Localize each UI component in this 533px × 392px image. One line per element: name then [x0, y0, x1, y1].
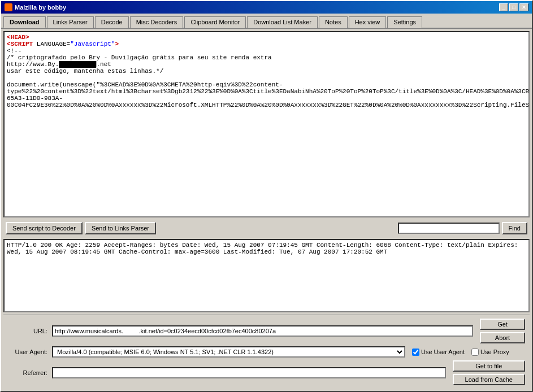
- tab-download-list-maker[interactable]: Download List Maker: [247, 16, 318, 28]
- use-user-agent-text: Use User Agent: [421, 349, 465, 355]
- user-agent-select[interactable]: Mozilla/4.0 (compatible; MSIE 6.0; Windo…: [52, 346, 405, 358]
- use-proxy-checkbox[interactable]: [471, 349, 479, 356]
- use-proxy-label[interactable]: Use Proxy: [471, 349, 509, 356]
- referrer-label: Referrer:: [8, 369, 47, 376]
- tab-download[interactable]: Download: [3, 16, 46, 28]
- url-label: URL:: [8, 328, 47, 334]
- referrer-input[interactable]: [52, 367, 446, 378]
- tab-misc-decoders[interactable]: Misc Decoders: [130, 16, 184, 28]
- title-bar-left: Malzilla by bobby: [5, 3, 66, 11]
- tab-settings[interactable]: Settings: [387, 16, 422, 28]
- tab-links-parser[interactable]: Links Parser: [47, 16, 94, 28]
- tab-clipboard-monitor[interactable]: Clipboard Monitor: [184, 16, 246, 28]
- html-head-tag: <HEAD>: [7, 34, 29, 41]
- use-user-agent-label[interactable]: Use User Agent: [412, 349, 465, 356]
- user-agent-row: User Agent: Mozilla/4.0 (compatible; MSI…: [8, 346, 525, 358]
- script-tag: <SCRIPT: [7, 41, 37, 47]
- load-from-cache-button[interactable]: Load from Cache: [453, 374, 525, 385]
- lower-text-area[interactable]: HTTP/1.0 200 OK Age: 2259 Accept-Ranges:…: [5, 240, 528, 311]
- send-to-decoder-button[interactable]: Send script to Decoder: [6, 222, 83, 234]
- lang-value: "Javascript": [70, 41, 115, 47]
- user-agent-label: User Agent:: [8, 349, 47, 355]
- app-icon: [5, 3, 12, 11]
- upper-panel: <HEAD> <SCRIPT LANGUAGE="Javascript"> <!…: [3, 31, 530, 217]
- get-to-file-button[interactable]: Get to file: [453, 360, 525, 372]
- use-proxy-text: Use Proxy: [480, 349, 509, 355]
- find-button[interactable]: Find: [502, 222, 527, 234]
- title-controls: _ □ ✕: [499, 3, 528, 11]
- tab-hex-view[interactable]: Hex view: [349, 16, 387, 28]
- upper-text-area[interactable]: <HEAD> <SCRIPT LANGUAGE="Javascript"> <!…: [5, 32, 528, 216]
- main-window: Malzilla by bobby _ □ ✕ Download Links P…: [0, 0, 533, 392]
- abort-button[interactable]: Abort: [480, 332, 525, 343]
- url-input[interactable]: [52, 325, 473, 337]
- title-bar: Malzilla by bobby _ □ ✕: [1, 1, 532, 14]
- window-title: Malzilla by bobby: [15, 4, 66, 11]
- lang-attr: LANGUAGE=: [37, 41, 70, 47]
- maximize-button[interactable]: □: [509, 3, 518, 11]
- bottom-section: URL: Get Abort User Agent: Mozilla/4.0 (…: [3, 315, 530, 389]
- minimize-button[interactable]: _: [499, 3, 508, 11]
- find-input[interactable]: [398, 223, 500, 234]
- tab-decode[interactable]: Decode: [95, 16, 129, 28]
- referrer-row: Referrer: Get to file Load from Cache: [8, 360, 525, 385]
- url-row: URL: Get Abort: [8, 319, 525, 343]
- toolbar: Send script to Decoder Send to Links Par…: [3, 220, 530, 237]
- main-content: <HEAD> <SCRIPT LANGUAGE="Javascript"> <!…: [1, 29, 532, 391]
- tab-notes[interactable]: Notes: [319, 16, 348, 28]
- use-user-agent-checkbox[interactable]: [412, 349, 419, 356]
- get-button[interactable]: Get: [480, 319, 525, 330]
- close-button[interactable]: ✕: [519, 3, 528, 11]
- tab-bar: Download Links Parser Decode Misc Decode…: [1, 14, 532, 29]
- send-to-links-parser-button[interactable]: Send to Links Parser: [85, 222, 156, 234]
- lower-panel: HTTP/1.0 200 OK Age: 2259 Accept-Ranges:…: [3, 239, 530, 312]
- http-response-text: HTTP/1.0 200 OK Age: 2259 Accept-Ranges:…: [7, 242, 518, 255]
